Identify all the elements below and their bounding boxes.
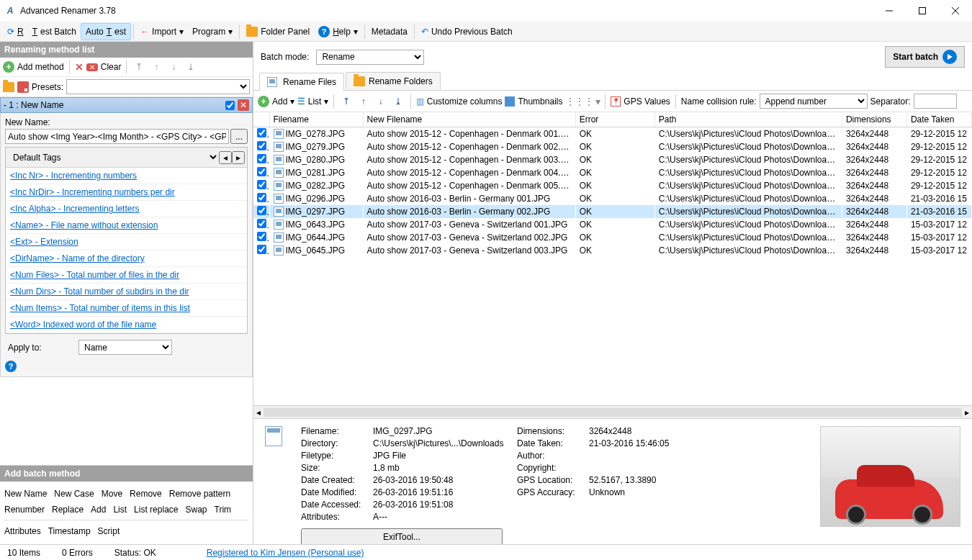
- add-method-button[interactable]: Add method: [17, 62, 64, 72]
- tag-link-2[interactable]: <Inc Alpha> - Incrementing letters: [6, 201, 247, 217]
- maximize-button[interactable]: [906, 0, 939, 22]
- exiftool-button[interactable]: ExifTool...: [301, 528, 503, 544]
- view-options-icon[interactable]: ⋮⋮⋮ ▾: [565, 96, 600, 107]
- tag-link-5[interactable]: <DirName> - Name of the directory: [6, 250, 247, 267]
- save-preset-icon[interactable]: [17, 81, 29, 93]
- row-checkbox[interactable]: [257, 154, 266, 163]
- move-bottom-button[interactable]: ⤓: [184, 60, 198, 74]
- method-enabled-checkbox[interactable]: [225, 101, 235, 110]
- batch-method-renumber[interactable]: Renumber: [4, 505, 45, 515]
- test-batch-button[interactable]: Test Batch: [28, 23, 81, 40]
- row-checkbox[interactable]: [257, 193, 266, 202]
- horizontal-scrollbar[interactable]: ◂▸: [253, 405, 972, 418]
- tag-next-button[interactable]: ▸: [232, 151, 245, 164]
- tab-rename-files[interactable]: Rename Files: [259, 73, 344, 91]
- minimize-button[interactable]: [873, 0, 906, 22]
- row-checkbox[interactable]: [257, 128, 266, 137]
- table-row[interactable]: IMG_0296.JPG Auto show 2016-03 - Berlin …: [253, 192, 972, 205]
- table-row[interactable]: IMG_0644.JPG Auto show 2017-03 - Geneva …: [253, 231, 972, 244]
- move-down-button[interactable]: ↓: [166, 60, 181, 74]
- col-path[interactable]: Path: [654, 112, 842, 127]
- row-checkbox[interactable]: [257, 180, 266, 189]
- delete-icon[interactable]: ✕: [75, 61, 84, 73]
- gps-values-button[interactable]: GPS Values: [624, 96, 670, 107]
- apply-to-select[interactable]: Name: [78, 340, 172, 355]
- col-filename[interactable]: Filename: [269, 112, 363, 127]
- new-name-more-button[interactable]: ...: [230, 129, 248, 144]
- auto-test-button[interactable]: Auto Test: [81, 23, 131, 40]
- new-name-input[interactable]: [5, 129, 229, 144]
- tag-link-7[interactable]: <Num Dirs> - Total number of subdirs in …: [6, 284, 247, 300]
- table-row[interactable]: IMG_0643.JPG Auto show 2017-03 - Geneva …: [253, 218, 972, 231]
- file-move-top-button[interactable]: ⤒: [339, 94, 354, 109]
- close-button[interactable]: [939, 0, 972, 22]
- file-grid[interactable]: Filename New Filename Error Path Dimensi…: [253, 112, 972, 257]
- presets-select[interactable]: [66, 79, 250, 94]
- tag-link-9[interactable]: <Word> Indexed word of the file name: [6, 317, 247, 333]
- table-row[interactable]: IMG_0645.JPG Auto show 2017-03 - Geneva …: [253, 244, 972, 257]
- file-move-up-button[interactable]: ↑: [356, 94, 371, 109]
- thumbnails-button[interactable]: Thumbnails: [518, 96, 562, 107]
- collision-select[interactable]: Append number: [760, 94, 868, 109]
- method-help-icon[interactable]: ?: [5, 361, 17, 372]
- batch-method-move[interactable]: Move: [102, 489, 122, 499]
- tab-rename-folders[interactable]: Rename Folders: [346, 72, 441, 90]
- import-button[interactable]: ←Import▾: [136, 23, 188, 40]
- tag-category-select[interactable]: Default Tags: [8, 150, 219, 165]
- batch-method-add[interactable]: Add: [91, 505, 106, 515]
- start-batch-button[interactable]: Start batch: [885, 46, 965, 68]
- batch-method-replace[interactable]: Replace: [52, 505, 84, 515]
- row-checkbox[interactable]: [257, 245, 266, 254]
- batch-method-new-case[interactable]: New Case: [54, 489, 94, 499]
- batch-method-timestamp[interactable]: Timestamp: [48, 526, 91, 536]
- row-checkbox[interactable]: [257, 232, 266, 241]
- table-row[interactable]: IMG_0279.JPG Auto show 2015-12 - Copenha…: [253, 140, 972, 153]
- row-checkbox[interactable]: [257, 206, 266, 215]
- col-new-filename[interactable]: New Filename: [363, 112, 575, 127]
- method-close-button[interactable]: ✕: [238, 99, 249, 111]
- col-error[interactable]: Error: [575, 112, 654, 127]
- table-row[interactable]: IMG_0281.JPG Auto show 2015-12 - Copenha…: [253, 166, 972, 179]
- tag-link-0[interactable]: <Inc Nr> - Incrementing numbers: [6, 168, 247, 184]
- table-row[interactable]: IMG_0278.JPG Auto show 2015-12 - Copenha…: [253, 127, 972, 141]
- tag-link-3[interactable]: <Name> - File name without extension: [6, 217, 247, 234]
- tag-link-4[interactable]: <Ext> - Extension: [6, 234, 247, 250]
- table-row[interactable]: IMG_0280.JPG Auto show 2015-12 - Copenha…: [253, 153, 972, 166]
- batch-method-remove[interactable]: Remove: [130, 489, 162, 499]
- row-checkbox[interactable]: [257, 141, 266, 150]
- add-files-button[interactable]: Add ▾: [272, 96, 294, 107]
- move-up-button[interactable]: ↑: [149, 60, 163, 74]
- clear-button[interactable]: Clear: [101, 62, 122, 72]
- refresh-button[interactable]: ⟳R: [3, 23, 28, 40]
- batch-method-trim[interactable]: Trim: [215, 505, 232, 515]
- folder-panel-button[interactable]: Folder Panel: [242, 23, 314, 40]
- undo-button[interactable]: ↶Undo Previous Batch: [417, 23, 517, 40]
- metadata-button[interactable]: Metadata: [367, 23, 412, 40]
- help-button[interactable]: ?Help▾: [314, 23, 362, 40]
- tag-link-6[interactable]: <Num Files> - Total number of files in t…: [6, 267, 247, 284]
- separator-input[interactable]: [914, 94, 957, 109]
- batch-method-attributes[interactable]: Attributes: [4, 526, 41, 536]
- col-date-taken[interactable]: Date Taken: [906, 112, 971, 127]
- batch-method-remove-pattern[interactable]: Remove pattern: [169, 489, 230, 499]
- open-preset-icon[interactable]: [3, 82, 14, 92]
- batch-method-script[interactable]: Script: [98, 526, 120, 536]
- registration-link[interactable]: Registered to Kim Jensen (Personal use): [207, 548, 364, 558]
- batch-mode-select[interactable]: Rename: [316, 50, 424, 65]
- batch-method-new-name[interactable]: New Name: [4, 489, 47, 499]
- col-dimensions[interactable]: Dimensions: [842, 112, 906, 127]
- method-item-header[interactable]: - 1 : New Name ✕: [0, 97, 253, 113]
- row-checkbox[interactable]: [257, 219, 266, 228]
- tag-link-8[interactable]: <Num Items> - Total number of items in t…: [6, 300, 247, 317]
- batch-method-list[interactable]: List: [113, 505, 127, 515]
- list-button[interactable]: List ▾: [308, 96, 328, 107]
- batch-method-swap[interactable]: Swap: [185, 505, 207, 515]
- program-button[interactable]: Program▾: [188, 23, 237, 40]
- file-move-down-button[interactable]: ↓: [374, 94, 388, 109]
- batch-method-list-replace[interactable]: List replace: [134, 505, 178, 515]
- table-row[interactable]: IMG_0297.JPG Auto show 2016-03 - Berlin …: [253, 205, 972, 218]
- move-top-button[interactable]: ⤒: [132, 60, 146, 74]
- file-move-bottom-button[interactable]: ⤓: [391, 94, 405, 109]
- customize-columns-button[interactable]: Customize columns: [427, 96, 503, 107]
- tag-link-1[interactable]: <Inc NrDir> - Incrementing numbers per d…: [6, 184, 247, 201]
